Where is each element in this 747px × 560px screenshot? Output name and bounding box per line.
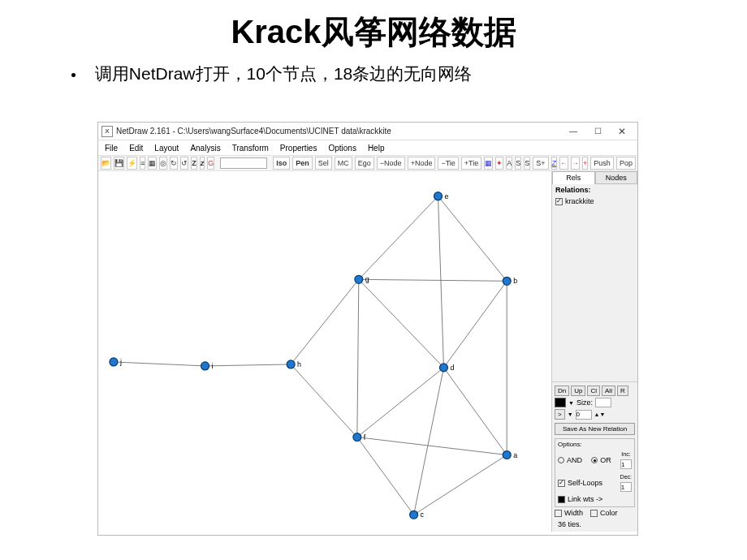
s2-button[interactable]: S (524, 157, 530, 170)
paint-icon[interactable]: G (207, 157, 214, 170)
stepper-icon[interactable]: ▲▼ (594, 411, 606, 417)
svg-line-7 (414, 368, 444, 515)
link-wts-checkbox[interactable] (558, 496, 565, 503)
close-button[interactable]: ✕ (610, 124, 634, 139)
push-button[interactable]: Push (590, 157, 614, 170)
ego-button[interactable]: Ego (355, 157, 374, 170)
svg-point-34 (201, 362, 209, 370)
tab-nodes[interactable]: Nodes (595, 171, 638, 184)
dn-button[interactable]: Dn (555, 386, 569, 396)
all-button[interactable]: All (602, 386, 615, 396)
svg-point-30 (355, 275, 363, 283)
or-radio[interactable] (591, 457, 598, 463)
arrow-right-button[interactable]: → (571, 157, 580, 170)
threshold-input[interactable] (576, 410, 592, 420)
window-title: NetDraw 2.161 - C:\Users\wangSurface4\Do… (116, 127, 561, 136)
toolbar-input[interactable] (220, 157, 267, 169)
menu-help[interactable]: Help (363, 143, 390, 153)
side-panel: Rels Nodes Relations: ✓ krackkite Dn Up … (552, 171, 637, 532)
save-relation-button[interactable]: Save As New Relation (555, 423, 635, 435)
netdraw-window: X NetDraw 2.161 - C:\Users\wangSurface4\… (97, 122, 638, 536)
menu-options[interactable]: Options (323, 143, 361, 153)
and-radio[interactable] (558, 457, 564, 463)
status-text: 36 ties. (555, 519, 635, 530)
side-tabs: Rels Nodes (552, 171, 637, 184)
lightning-icon[interactable]: ⚡ (127, 157, 137, 170)
grid2-icon[interactable]: ▦ (484, 157, 493, 170)
options-label: Options: (558, 441, 632, 448)
z-button[interactable]: Z (191, 157, 197, 170)
svg-line-6 (359, 279, 507, 281)
workspace: abcdefghij Rels Nodes Relations: ✓ krack… (98, 171, 637, 532)
rotate-ccw-icon[interactable]: ↺ (180, 157, 188, 170)
r-button[interactable]: R (617, 386, 628, 396)
z-mode-button[interactable]: Z (551, 157, 558, 170)
svg-text:c: c (421, 510, 425, 519)
menu-layout[interactable]: Layout (149, 143, 184, 153)
arrow-left-button[interactable]: ← (559, 157, 568, 170)
svg-line-11 (359, 279, 444, 368)
tie-plus-button[interactable]: +Tie (461, 157, 481, 170)
color-swatch[interactable] (555, 398, 566, 407)
svg-line-3 (357, 437, 507, 455)
or-label: OR (600, 456, 611, 464)
s1-button[interactable]: S (515, 157, 521, 170)
bullet-icon (71, 73, 76, 77)
dec-input[interactable] (620, 482, 632, 492)
relation-checkbox[interactable]: ✓ (555, 198, 563, 205)
target-icon[interactable]: ◎ (159, 157, 167, 170)
svg-line-8 (357, 437, 414, 515)
maximize-button[interactable]: ☐ (585, 124, 610, 139)
inc-input[interactable] (620, 459, 632, 469)
splus-button[interactable]: S+ (533, 157, 548, 170)
self-loops-checkbox[interactable]: ✓ (558, 480, 565, 487)
svg-point-18 (503, 451, 511, 459)
minimize-button[interactable]: — (561, 124, 585, 139)
color-checkbox[interactable] (590, 510, 598, 517)
svg-point-28 (353, 433, 361, 442)
inc-label: Inc: (621, 451, 630, 457)
relation-name: krackkite (565, 197, 594, 205)
gt-dropdown-icon[interactable]: ▼ (568, 411, 573, 417)
bullet-text: 调用NetDraw打开，10个节点，18条边的无向网络 (95, 64, 472, 83)
pop-button[interactable]: Pop (616, 157, 636, 170)
relation-item[interactable]: ✓ krackkite (552, 196, 637, 207)
equals-icon[interactable]: ≡ (140, 157, 145, 170)
cl-button[interactable]: Cl (587, 386, 600, 396)
kite-icon[interactable]: ✦ (495, 157, 503, 170)
svg-text:a: a (513, 451, 517, 459)
z2-button[interactable]: z (200, 157, 205, 170)
options-group: Options: AND OR Inc: ✓Self-Loops Dec: Li… (555, 438, 635, 507)
tie-minus-button[interactable]: −Tie (438, 157, 458, 170)
plus-button[interactable]: + (582, 157, 588, 170)
save-icon[interactable]: 💾 (114, 157, 124, 170)
width-checkbox[interactable] (555, 510, 562, 517)
pen-button[interactable]: Pen (292, 157, 313, 170)
menu-file[interactable]: File (100, 143, 123, 153)
size-input[interactable] (595, 398, 611, 407)
tab-rels[interactable]: Rels (552, 171, 595, 184)
open-icon[interactable]: 📂 (101, 157, 111, 170)
node-plus-button[interactable]: +Node (408, 157, 436, 170)
svg-text:h: h (297, 360, 301, 368)
size-dropdown-icon[interactable]: ▼ (568, 400, 574, 406)
a-button[interactable]: A (506, 157, 512, 170)
mc-button[interactable]: MC (335, 157, 352, 170)
menu-properties[interactable]: Properties (275, 143, 322, 153)
iso-button[interactable]: Iso (273, 157, 290, 170)
svg-line-16 (205, 364, 291, 366)
menu-edit[interactable]: Edit (124, 143, 148, 153)
slide-title: Krack风筝网络数据 (0, 10, 747, 54)
sel-button[interactable]: Sel (315, 157, 332, 170)
svg-text:e: e (444, 192, 448, 200)
svg-point-36 (110, 358, 118, 366)
menu-analysis[interactable]: Analysis (185, 143, 225, 153)
grid-icon[interactable]: ▦ (148, 157, 157, 170)
node-minus-button[interactable]: −Node (377, 157, 405, 170)
rotate-cw-icon[interactable]: ↻ (170, 157, 178, 170)
svg-text:g: g (365, 275, 369, 283)
up-button[interactable]: Up (571, 386, 585, 396)
gt-button[interactable]: > (555, 409, 565, 420)
network-canvas[interactable]: abcdefghij (98, 171, 552, 532)
menu-transform[interactable]: Transform (227, 143, 274, 153)
